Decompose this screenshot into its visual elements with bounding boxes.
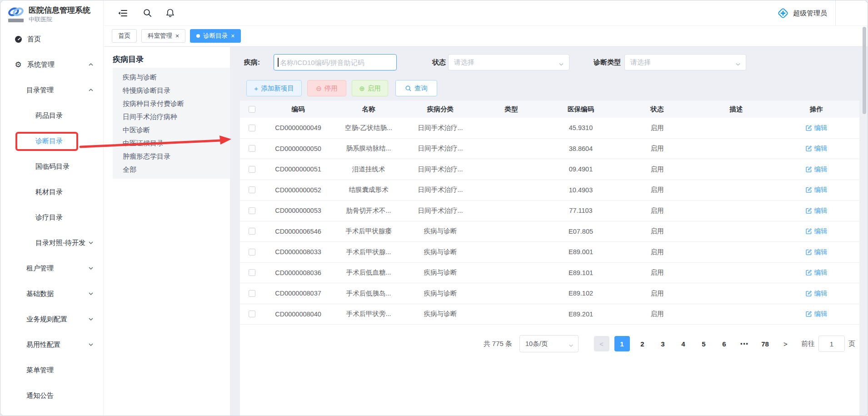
user-menu[interactable]: 超级管理员 [777,0,836,26]
list-item[interactable]: 中医证候目录 [113,136,230,150]
list-item[interactable]: 按病种目录付费诊断 [113,97,230,110]
sidebar-item-menu-management[interactable]: 菜单管理 [0,357,104,383]
select-all-checkbox[interactable] [249,106,255,113]
cell-code: CD0000000052 [264,186,332,194]
edit-button[interactable]: 编辑 [805,289,828,298]
list-item[interactable]: 疾病与诊断 [113,70,230,84]
top-header: 超级管理员 [104,0,868,26]
disease-search-input[interactable] [274,54,397,70]
stop-button[interactable]: ⊖ 停用 [307,80,346,96]
enable-button[interactable]: ⊕ 启用 [352,80,388,96]
table-row: CD0000008040 手术后甲状旁... 疾病与诊断 E89.201 启用 … [240,304,859,325]
edit-icon [805,145,812,152]
list-item[interactable]: 全部 [113,163,230,176]
status-select[interactable]: 请选择 [448,54,569,70]
prev-page-button[interactable]: < [594,336,609,351]
tab-diagnosis-catalog[interactable]: 诊断目录 × [190,29,241,43]
edit-button[interactable]: 编辑 [805,310,828,318]
column-header-description: 描述 [699,105,773,114]
more-pages-icon[interactable]: ••• [737,336,753,351]
sidebar-item-basic-data[interactable]: 基础数据 [0,281,104,306]
next-page-button[interactable]: > [778,336,793,351]
row-checkbox[interactable] [249,290,255,297]
edit-icon [805,166,812,173]
annotation-highlight-box [15,132,78,151]
sidebar-item-business-rules-config[interactable]: 业务规则配置 [0,306,104,332]
row-checkbox[interactable] [249,145,255,152]
tab-home[interactable]: 首页 [112,29,137,43]
row-checkbox[interactable] [249,311,255,317]
tab-close-icon[interactable]: × [175,33,179,39]
list-item[interactable]: 肿瘤形态学目录 [113,150,230,163]
cell-name: 结膜囊成形术 [332,185,405,194]
edit-button[interactable]: 编辑 [805,185,828,194]
tab-department-management[interactable]: 科室管理 × [141,29,185,43]
sidebar-item-national-clinical-code-catalog[interactable]: 国临码目录 [0,154,104,179]
row-checkbox[interactable] [249,207,255,214]
sidebar-item-label: 通知公告 [26,391,54,400]
list-item[interactable]: 日间手术治疗病种 [113,110,230,123]
stop-label: 停用 [324,84,338,93]
catalog-type-list: 疾病与诊断 特慢病诊断目录 按病种目录付费诊断 日间手术治疗病种 中医诊断 中医… [113,68,230,179]
row-checkbox[interactable] [249,186,255,193]
row-checkbox[interactable] [249,269,255,276]
sidebar-item-catalog-management[interactable]: 目录管理 [0,77,104,103]
cell-code: CD0000006546 [264,228,332,235]
list-item[interactable]: 特慢病诊断目录 [113,84,230,97]
add-item-label: 添加新项目 [261,84,294,93]
page-size-select[interactable]: 10条/页 [519,335,579,352]
add-item-button[interactable]: + 添加新项目 [246,80,302,96]
sidebar-item-consumables-catalog[interactable]: 耗材目录 [0,179,104,205]
goto-page-input[interactable] [818,336,845,352]
page-button-6[interactable]: 6 [717,336,732,351]
edit-button[interactable]: 编辑 [805,206,828,215]
page-button-4[interactable]: 4 [676,336,691,351]
sidebar-item-notice[interactable]: 通知公告 [0,383,104,408]
page-button-5[interactable]: 5 [696,336,712,351]
edit-button[interactable]: 编辑 [805,165,828,174]
vertical-scrollbar[interactable] [863,27,866,114]
column-header-category: 疾病分类 [405,105,476,114]
query-button[interactable]: 查询 [395,80,437,96]
edit-button[interactable]: 编辑 [805,227,828,236]
edit-button[interactable]: 编辑 [805,268,828,277]
sidebar-item-catalog-mapping[interactable]: 目录对照-待开发 [0,230,104,256]
page-button-1[interactable]: 1 [614,336,630,351]
tab-label: 科室管理 [148,32,172,40]
sidebar-item-label: 易用性配置 [26,341,60,349]
cell-status: 启用 [615,310,699,318]
cell-insurance-code: 77.1103 [547,207,615,214]
tab-label: 诊断目录 [203,32,228,40]
edit-button[interactable]: 编辑 [805,248,828,256]
sidebar-item-home[interactable]: 首页 [0,26,104,52]
cell-insurance-code: 38.8604 [547,145,615,152]
query-label: 查询 [414,84,428,93]
cell-category: 日间手术治疗... [405,206,476,215]
sidebar-item-usability-config[interactable]: 易用性配置 [0,332,104,357]
row-checkbox[interactable] [249,249,255,256]
diagnosis-type-select[interactable]: 请选择 [624,54,746,70]
page-button-3[interactable]: 3 [655,336,671,351]
cell-code: CD0000000049 [264,124,332,131]
minus-circle-icon: ⊖ [316,85,322,92]
sidebar-item-tenant-management[interactable]: 租户管理 [0,256,104,281]
row-checkbox[interactable] [249,228,255,235]
sidebar: 医院信息管理系统 中联医院 首页 ⚙ 系统管理 目录管理 药品目录 [0,0,104,416]
fold-menu-icon[interactable] [118,8,128,18]
row-checkbox[interactable] [249,125,255,131]
tab-close-icon[interactable]: × [231,33,234,39]
edit-button[interactable]: 编辑 [805,144,828,153]
cell-code: CD0000008037 [264,290,332,297]
search-icon[interactable] [143,8,152,18]
list-item[interactable]: 中医诊断 [113,123,230,136]
page-button-78[interactable]: 78 [758,336,773,351]
edit-icon [805,311,812,317]
sidebar-item-drug-catalog[interactable]: 药品目录 [0,103,104,128]
bell-icon[interactable] [165,8,175,18]
sidebar-item-treatment-catalog[interactable]: 诊疗目录 [0,205,104,230]
page-button-2[interactable]: 2 [635,336,650,351]
sidebar-item-label: 耗材目录 [35,188,63,196]
edit-button[interactable]: 编辑 [805,124,828,132]
sidebar-item-system-management[interactable]: ⚙ 系统管理 [0,52,104,77]
row-checkbox[interactable] [249,166,255,173]
